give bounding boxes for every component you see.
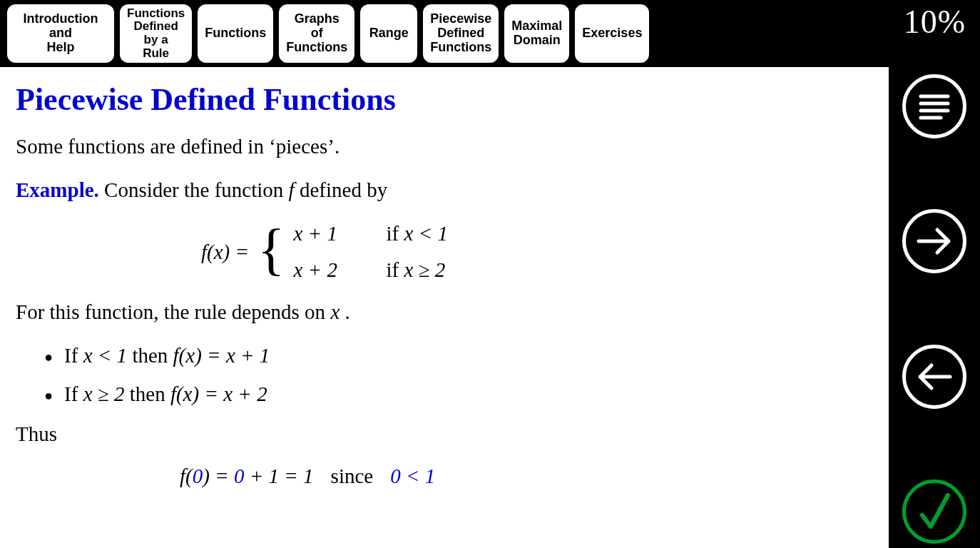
bullet-2-if: If [64,382,83,405]
example-text-2: defined by [300,178,387,201]
intro-text: Some functions are defined in ‘pieces’. [16,135,877,158]
check-button[interactable] [902,480,966,544]
example-text-1: Consider the function [104,178,289,201]
bullet-1-cond: x < 1 [83,344,127,367]
f-open: f( [180,465,193,487]
progress-percent: 10% [904,3,966,41]
case-2-cond-expr: x ≥ 2 [404,258,445,281]
bullet-dot-icon: ● [44,344,53,370]
final-equation: f(0) = 0 + 1 = 1 since 0 < 1 [180,465,877,488]
left-brace: { [257,228,285,270]
content-area: Piecewise Defined Functions Some functio… [0,67,889,548]
cases: x + 1 if x < 1 x + 2 if x ≥ 2 [293,222,447,282]
bullet-1-if: If [64,344,83,367]
menu-button[interactable] [902,74,966,138]
page-title: Piecewise Defined Functions [16,81,877,118]
nav-graphs-of-functions[interactable]: Graphs of Functions [279,4,354,63]
nav-buttons-row: Introduction and Help Functions Defined … [0,0,980,67]
case-2-expr: x + 2 [293,258,364,282]
f-sub: 0 [234,465,245,487]
depends-b: . [345,300,350,323]
depends-x: x [330,300,340,323]
prev-button[interactable] [902,345,966,409]
bullet-dot-icon: ● [44,382,53,408]
nav-exercises[interactable]: Exercises [575,4,649,63]
bullet-2-then: then [130,382,170,405]
case-1-cond: if x < 1 [386,222,447,245]
example-label: Example. [16,178,99,201]
f-plus: + 1 = 1 [244,465,313,487]
since: since [331,465,374,488]
bullet-1-eq: f(x) = x + 1 [173,344,270,367]
case-row-1: x + 1 if x < 1 [293,222,447,245]
nav-functions-defined-by-a-rule[interactable]: Functions Defined by a Rule [120,4,192,63]
nav-maximal-domain[interactable]: Maximal Domain [504,4,569,63]
case-row-2: x + 2 if x ≥ 2 [293,258,447,282]
depends-line: For this function, the rule depends on x… [16,300,877,324]
final-cond: 0 < 1 [390,465,435,488]
case-2-if: if [386,258,404,281]
arrow-right-icon [913,220,956,263]
example-line: Example. Consider the function f defined… [16,178,877,202]
fx-label: f(x) = [201,240,249,264]
case-2-cond: if x ≥ 2 [386,258,445,282]
piecewise-definition: f(x) = { x + 1 if x < 1 x + 2 if x ≥ 2 [201,222,877,282]
topbar: Introduction and Help Functions Defined … [0,0,980,67]
thus: Thus [16,422,877,446]
case-1-expr: x + 1 [293,222,364,245]
check-icon [909,487,959,537]
nav-piecewise-defined-functions[interactable]: Piecewise Defined Functions [423,4,499,63]
bullet-1-then: then [132,344,173,367]
f-arg: 0 [193,465,203,487]
bullet-2-eq: f(x) = x + 2 [170,382,267,405]
right-sidebar [889,67,980,548]
depends-a: For this function, the rule depends on [16,300,330,323]
f-close: ) = [203,465,234,487]
nav-functions[interactable]: Functions [198,4,273,63]
nav-range[interactable]: Range [360,4,417,63]
menu-icon [915,87,954,126]
bullet-2-cond: x ≥ 2 [83,382,125,405]
example-f: f [289,178,295,201]
bullet-1: ● If x < 1 then f(x) = x + 1 [44,344,877,370]
case-1-cond-expr: x < 1 [404,222,447,245]
bullet-2: ● If x ≥ 2 then f(x) = x + 2 [44,382,877,408]
arrow-left-icon [913,355,956,398]
case-1-if: if [386,222,404,245]
next-button[interactable] [902,209,966,273]
nav-introduction-and-help[interactable]: Introduction and Help [7,4,114,63]
bullet-list: ● If x < 1 then f(x) = x + 1 ● If x ≥ 2 … [44,344,877,408]
